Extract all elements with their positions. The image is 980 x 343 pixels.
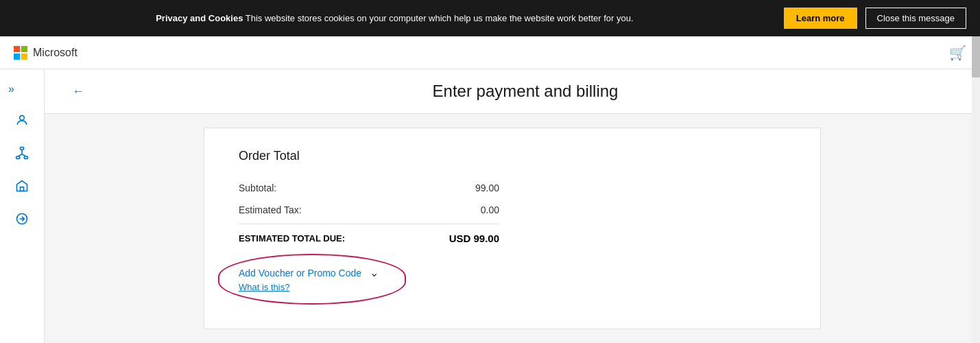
sidebar-item-transfer[interactable] [8,205,36,233]
top-nav: Microsoft 🛒 [0,36,980,69]
voucher-highlight: Add Voucher or Promo Code ⌄ What is this… [239,266,379,292]
svg-line-6 [22,154,26,156]
learn-more-button[interactable]: Learn more [784,8,857,29]
order-total-title: Order Total [239,149,786,163]
cookie-text: Privacy and Cookies This website stores … [14,13,776,23]
svg-point-0 [20,115,25,120]
svg-rect-7 [21,187,24,191]
subtotal-label: Subtotal: [239,182,276,193]
main-content: ← Enter payment and billing Order Total … [45,69,980,343]
content-area: Order Total Subtotal: 99.00 Estimated Ta… [45,114,980,343]
cookie-normal-text: This website stores cookies on your comp… [246,13,634,23]
total-value: USD 99.00 [449,233,499,244]
sidebar-item-home[interactable] [8,172,36,200]
chevron-down-icon[interactable]: ⌄ [370,266,379,279]
payment-card: Order Total Subtotal: 99.00 Estimated Ta… [204,128,821,329]
what-is-this-link[interactable]: What is this? [239,282,379,292]
voucher-link[interactable]: Add Voucher or Promo Code [239,268,361,279]
scrollbar[interactable] [972,36,980,343]
total-label: ESTIMATED TOTAL DUE: [239,233,345,244]
tax-label: Estimated Tax: [239,204,302,215]
tax-value: 0.00 [481,204,499,215]
total-row: ESTIMATED TOTAL DUE: USD 99.00 [239,224,499,250]
voucher-section: Add Voucher or Promo Code ⌄ What is this… [239,266,379,293]
back-button[interactable]: ← [72,84,84,99]
cart-icon[interactable]: 🛒 [949,45,966,61]
cookie-banner: Privacy and Cookies This website stores … [0,0,980,36]
microsoft-logo[interactable]: Microsoft [14,46,77,60]
cookie-bold-text: Privacy and Cookies [156,13,243,23]
tax-row: Estimated Tax: 0.00 [239,199,499,221]
subtotal-row: Subtotal: 99.00 [239,177,499,199]
svg-rect-3 [24,156,27,158]
scrollbar-thumb[interactable] [972,36,980,78]
subtotal-value: 99.00 [475,182,499,193]
sidebar-item-user[interactable] [8,106,36,134]
main-layout: » [0,69,980,343]
page-title: Enter payment and billing [98,82,953,101]
svg-rect-2 [16,156,20,158]
brand-name: Microsoft [33,47,77,59]
close-message-button[interactable]: Close this message [865,8,966,29]
voucher-row: Add Voucher or Promo Code ⌄ [239,266,379,279]
page-header: ← Enter payment and billing [45,69,980,114]
svg-rect-1 [21,147,24,150]
sidebar-expand-button[interactable]: » [3,78,20,101]
svg-line-5 [18,154,22,156]
sidebar-item-network[interactable] [8,139,36,167]
microsoft-grid-icon [14,46,27,60]
sidebar: » [0,69,45,343]
